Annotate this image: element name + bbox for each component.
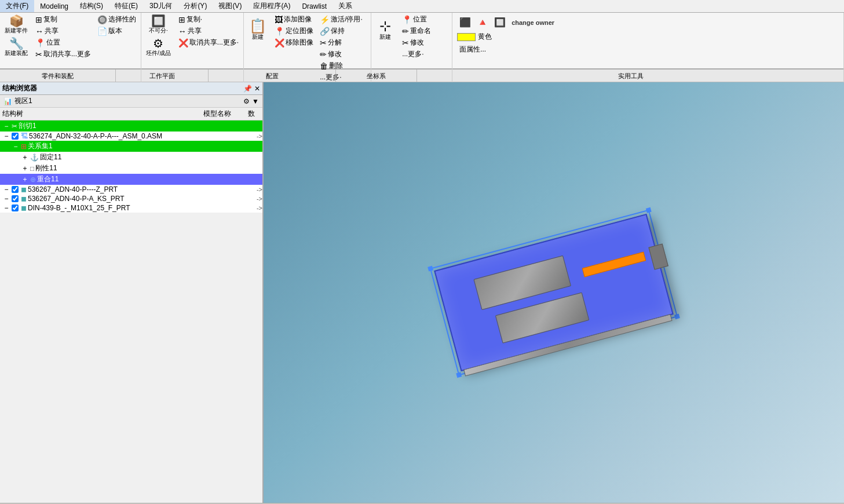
item-label-rigid: 刚性11 (35, 163, 262, 173)
explode-button[interactable]: ✂ 分解 (317, 37, 365, 48)
wp-unshare-button[interactable]: ❌ 取消共享...更多· (176, 37, 241, 48)
modify-button[interactable]: ✏ 修改 (317, 49, 365, 60)
csys-modify-icon: ✂ (402, 38, 409, 48)
unshare-more-button[interactable]: ✂ 取消共享...更多 (33, 49, 93, 60)
menu-application[interactable]: 应用程序(A) (247, 0, 296, 12)
csys-position-button[interactable]: 📍 位置 (400, 14, 433, 25)
surface-button[interactable]: 面属性... (457, 44, 488, 55)
menu-file[interactable]: 文件(F) (0, 0, 34, 12)
checkbox-part1[interactable] (12, 186, 19, 193)
tree-col-count-header: 数 (243, 109, 260, 119)
expander-fixed[interactable]: + (21, 154, 29, 162)
tree-item-part1[interactable]: − ◼ 536267_ADN-40-P----Z_PRT -> (0, 185, 262, 194)
explode-icon: ✂ (320, 38, 327, 48)
csys-rename-label: 重命名 (410, 26, 431, 36)
locate-image-icon: 📍 (275, 27, 284, 36)
menu-drawlist[interactable]: Drawlist (296, 1, 333, 12)
right-notch (648, 244, 668, 270)
scissors-icon: ✂ (12, 122, 17, 130)
expander-overlap[interactable]: + (21, 176, 29, 184)
menu-modeling[interactable]: Modeling (34, 1, 74, 12)
tree-item-part2[interactable]: − ◼ 536267_ADN-40-P-A_KS_PRT -> (0, 194, 262, 203)
checkbox-asm0[interactable] (12, 133, 19, 140)
keep-button[interactable]: 🔗 保持 (317, 25, 365, 36)
utility-btn2[interactable]: 🔺 (474, 16, 491, 28)
menu-relation[interactable]: 关系 (333, 0, 358, 12)
close-button[interactable]: ✕ (254, 85, 260, 93)
csys-new-button[interactable]: ⊹ 新建 (374, 14, 397, 46)
tree-col-model-header: 模型名称 (194, 109, 240, 119)
config-new-button[interactable]: 📋 新建 (246, 14, 269, 46)
utility-btn1[interactable]: ⬛ (457, 16, 473, 28)
activate-icon: ⚡ (320, 15, 330, 24)
version-button[interactable]: 📄 版本 (95, 25, 138, 36)
tree-item-root[interactable]: − ✂ 剖切1 (0, 120, 262, 132)
expander-rel1[interactable]: − (12, 143, 20, 151)
wp-share-button[interactable]: ↔ 共享 (176, 25, 241, 36)
tree-item-rigid[interactable]: + □ 刚性11 (0, 163, 262, 174)
selective-button[interactable]: 🔘 选择性的 (95, 14, 138, 25)
tree-item-part3[interactable]: − ◼ DIN-439-B_-_M10X1_25_F_PRT -> (0, 203, 262, 213)
view-funnel-icon[interactable]: ▼ (252, 97, 259, 105)
part3-icon: ◼ (21, 204, 27, 212)
component-button[interactable]: ⚙ 坯件/成品 (144, 36, 173, 59)
item-label-part3: DIN-439-B_-_M10X1_25_F_PRT (28, 204, 251, 212)
menu-structure[interactable]: 结构(S) (74, 0, 109, 12)
tree-item-asm0[interactable]: − 🏗 536274_ADN-32-40-A-P-A---_ASM_0.ASM … (0, 132, 262, 141)
selective-icon: 🔘 (97, 15, 107, 24)
csys-position-label: 位置 (413, 14, 427, 24)
surface-label: 面属性... (459, 45, 486, 54)
ribbon: 📦 新建零件 🔧 新建装配 ⊞ 复制 ↔ (0, 13, 844, 70)
csys-rename-button[interactable]: ✏ 重命名 (400, 25, 433, 36)
config-new-label: 新建 (252, 33, 264, 41)
position-label: 位置 (46, 38, 60, 48)
menu-3d[interactable]: 3D儿何 (144, 0, 178, 12)
tree-header: 结构树 模型名称 数 (0, 108, 262, 120)
menu-view[interactable]: 视图(V) (213, 0, 247, 12)
viewport[interactable] (264, 82, 844, 503)
share-label: 共享 (45, 26, 59, 36)
expander-rigid[interactable]: + (21, 165, 29, 173)
csys-more-button[interactable]: ...更多· (400, 49, 433, 60)
checkbox-part2[interactable] (12, 195, 19, 202)
csys-modify-button[interactable]: ✂ 修改 (400, 37, 433, 48)
copy-button[interactable]: ⊞ 复制 (33, 14, 93, 25)
remove-image-button[interactable]: ❌ 移除图像 (272, 37, 316, 48)
expander-asm0[interactable]: − (2, 132, 10, 140)
item-label-rel1: 关系集1 (28, 141, 122, 151)
nonsplit-button[interactable]: 🔲 不可分· (144, 14, 173, 36)
corner-tl (428, 266, 433, 272)
group-label-parts: 零件和装配 (0, 70, 116, 82)
utility-btn3[interactable]: 🔲 (492, 16, 508, 28)
pin-button[interactable]: 📌 (243, 85, 252, 93)
menu-analysis[interactable]: 分析(Y) (178, 0, 213, 12)
add-image-button[interactable]: 🖼 添加图像 (272, 14, 316, 25)
wp-unshare-icon: ❌ (178, 38, 188, 48)
activate-button[interactable]: ⚡ 激活/停用· (317, 14, 365, 25)
group-label-config: 配置 (209, 70, 336, 82)
csys-modify-label: 修改 (410, 38, 424, 48)
menu-feature[interactable]: 特征(E) (109, 0, 144, 12)
new-part-button[interactable]: 📦 新建零件 (2, 14, 30, 36)
view-filter-icon[interactable]: ⚙ (243, 97, 250, 105)
wp-copy-button[interactable]: ⊞ 复制· (176, 14, 241, 25)
new-part-icon: 📦 (9, 15, 24, 27)
share-icon: ↔ (35, 27, 43, 36)
new-assembly-button[interactable]: 🔧 新建装配 (2, 36, 30, 59)
share-button[interactable]: ↔ 共享 (33, 25, 93, 36)
tree-col-structure-header: 结构树 (2, 109, 192, 119)
tree-item-fixed[interactable]: + ⚓ 固定11 (0, 152, 262, 163)
add-image-label: 添加图像 (284, 14, 312, 24)
position-button[interactable]: 📍 位置 (33, 37, 93, 48)
csys-position-icon: 📍 (402, 15, 412, 24)
selective-label: 选择性的 (108, 14, 136, 24)
tree-item-rel1[interactable]: − ⊞ 关系集1 (0, 141, 262, 152)
tree-item-overlap[interactable]: + ⊕ 重合11 (0, 174, 262, 185)
color-swatch-box[interactable] (457, 33, 476, 41)
locate-image-button[interactable]: 📍 定位图像 (272, 25, 316, 36)
csys-new-icon: ⊹ (379, 19, 391, 33)
expander-root[interactable]: − (2, 122, 10, 130)
checkbox-part3[interactable] (12, 204, 19, 211)
unshare-label: 取消共享...更多 (43, 49, 91, 59)
version-icon: 📄 (97, 27, 107, 36)
